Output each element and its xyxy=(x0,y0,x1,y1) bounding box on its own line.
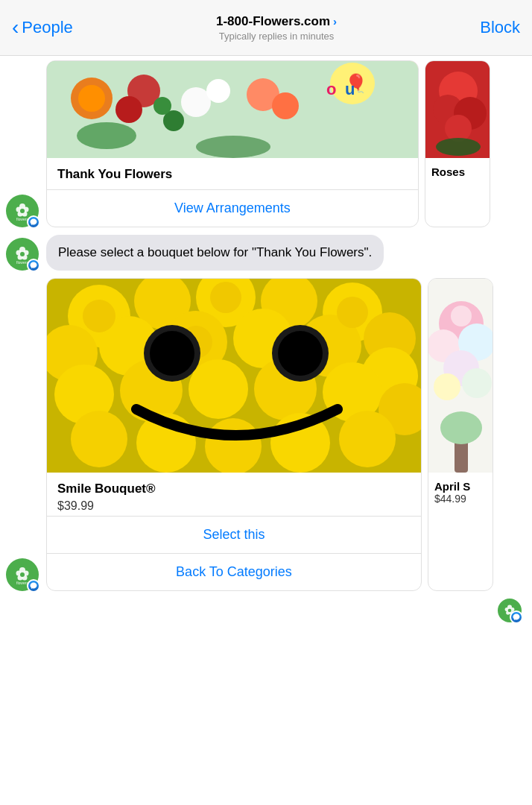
svg-point-95 xyxy=(508,609,512,613)
messenger-badge-3 xyxy=(27,579,40,593)
april-partial-card: April S $44.99 xyxy=(428,278,493,591)
svg-point-72 xyxy=(210,282,241,313)
message-row-1: flowers Please select a bouquet below fo… xyxy=(0,230,532,275)
header-center: 1-800-Flowers.com › Typically replies in… xyxy=(73,14,480,42)
thank-you-card-title: Thank You Flowers xyxy=(57,167,408,182)
header-title[interactable]: 1-800-Flowers.com › xyxy=(73,14,480,29)
back-to-categories-action[interactable]: Back To Categories xyxy=(47,554,421,590)
view-arrangements-button[interactable]: View Arrangements xyxy=(47,190,418,227)
svg-point-6 xyxy=(20,209,25,213)
bottom-avatar-row xyxy=(0,594,532,622)
svg-point-29 xyxy=(445,115,472,142)
message-bubble-1: Please select a bouquet below for "Thank… xyxy=(46,235,384,271)
messenger-badge-2 xyxy=(27,259,40,272)
roses-card-title: Roses xyxy=(431,165,484,178)
svg-point-12 xyxy=(115,96,142,123)
april-card-body: April S $44.99 xyxy=(428,473,493,505)
chat-area: flowers xyxy=(0,56,532,637)
bot-avatar-4 xyxy=(498,599,522,622)
thank-you-flowers-card: 🎈 o u Thank You Flowers View Arrangeme xyxy=(46,60,419,227)
svg-point-68 xyxy=(205,418,262,473)
roses-image xyxy=(425,61,490,158)
svg-point-66 xyxy=(71,411,127,467)
block-button[interactable]: Block xyxy=(480,18,520,37)
svg-point-23 xyxy=(77,122,136,149)
thank-you-card-body: Thank You Flowers xyxy=(47,158,418,182)
select-this-button[interactable]: Select this xyxy=(47,517,421,553)
svg-point-71 xyxy=(83,300,115,332)
svg-point-73 xyxy=(337,297,368,328)
svg-point-87 xyxy=(440,411,482,444)
view-arrangements-action[interactable]: View Arrangements xyxy=(47,190,418,227)
back-button[interactable]: ‹ People xyxy=(12,17,73,38)
info-arrow-icon: › xyxy=(333,15,337,28)
roses-partial-card: Roses xyxy=(425,60,490,227)
april-image xyxy=(428,279,493,473)
svg-point-13 xyxy=(181,87,211,117)
svg-point-14 xyxy=(206,79,230,103)
messenger-badge-4 xyxy=(510,610,523,624)
smile-card-title: Smile Bouquet® xyxy=(57,482,411,496)
svg-point-30 xyxy=(436,138,481,156)
header-subtitle: Typically replies in minutes xyxy=(73,31,480,42)
svg-point-45 xyxy=(20,572,25,577)
back-to-categories-button[interactable]: Back To Categories xyxy=(47,554,421,590)
april-card-title: April S xyxy=(434,480,487,493)
svg-point-88 xyxy=(451,306,472,326)
smile-card-body: Smile Bouquet® $39.99 xyxy=(47,473,421,513)
select-this-action[interactable]: Select this xyxy=(47,517,421,553)
svg-point-10 xyxy=(78,85,105,112)
svg-point-84 xyxy=(434,373,460,400)
svg-point-16 xyxy=(153,97,171,115)
bot-avatar-2: flowers xyxy=(6,238,39,271)
svg-point-70 xyxy=(339,411,396,467)
svg-point-18 xyxy=(272,92,299,119)
svg-point-85 xyxy=(462,368,492,398)
roses-card-body: Roses xyxy=(425,158,490,178)
april-card-price: $44.99 xyxy=(434,493,487,505)
svg-point-76 xyxy=(150,331,194,376)
flowers-arrangement-svg: 🎈 o u xyxy=(47,61,418,158)
messenger-badge-icon xyxy=(27,215,40,229)
smiley-bouquet-svg xyxy=(47,279,421,473)
svg-point-78 xyxy=(278,331,323,376)
bot-avatar-1: flowers xyxy=(6,195,39,227)
bot-avatar-3: flowers xyxy=(6,558,39,591)
smile-bouquet-image xyxy=(47,279,421,473)
svg-point-37 xyxy=(20,252,25,256)
svg-text:o: o xyxy=(326,80,336,98)
smile-card-price: $39.99 xyxy=(57,499,411,513)
back-label: People xyxy=(22,18,73,37)
svg-point-62 xyxy=(189,359,248,419)
thank-you-flowers-image: 🎈 o u xyxy=(47,61,418,158)
header: ‹ People 1-800-Flowers.com › Typically r… xyxy=(0,0,532,56)
svg-point-24 xyxy=(196,136,270,158)
chevron-left-icon: ‹ xyxy=(12,17,19,38)
svg-text:u: u xyxy=(345,80,355,98)
smile-bouquet-card: Smile Bouquet® $39.99 Select this Back T… xyxy=(46,278,422,591)
